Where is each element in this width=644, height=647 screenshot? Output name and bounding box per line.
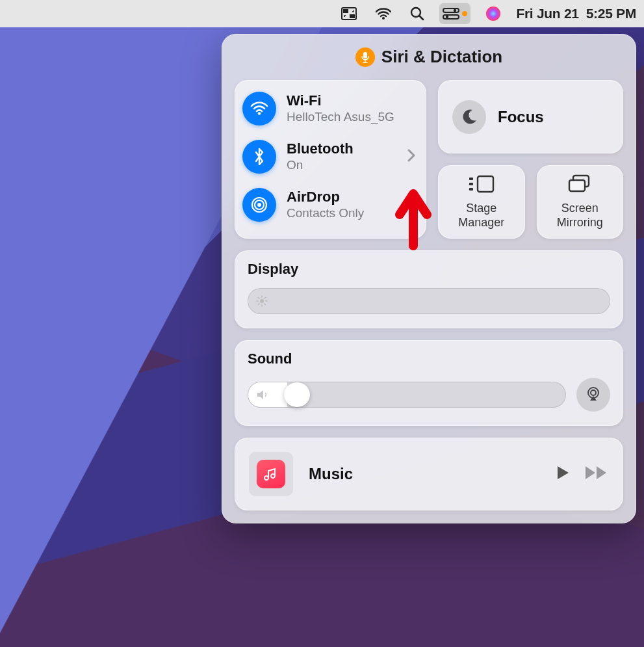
stage-manager-icon: [467, 174, 496, 196]
svg-rect-18: [469, 183, 473, 185]
svg-point-9: [446, 16, 448, 18]
screen-mirroring-icon: [567, 174, 593, 196]
siri-menubar-icon[interactable]: [482, 3, 504, 24]
next-track-button[interactable]: [584, 464, 609, 484]
music-title: Music: [309, 465, 539, 483]
menubar: Fri Jun 21 5:25 PM: [0, 0, 644, 27]
svg-point-22: [260, 299, 264, 303]
svg-rect-17: [469, 178, 473, 180]
music-artwork: [249, 452, 293, 496]
svg-rect-16: [478, 176, 493, 192]
display-label: Display: [248, 261, 610, 278]
bluetooth-label: Bluetooth: [287, 141, 354, 157]
chevron-right-icon[interactable]: [407, 148, 416, 165]
svg-rect-8: [443, 15, 459, 19]
svg-point-3: [382, 17, 385, 20]
wifi-network-name: HelloTech Asus_5G: [287, 110, 394, 124]
airplay-icon: [585, 385, 602, 404]
menubar-clock[interactable]: Fri Jun 21 5:25 PM: [516, 6, 636, 21]
airdrop-status: Contacts Only: [287, 206, 364, 220]
svg-rect-1: [343, 9, 348, 13]
music-app-icon: [257, 460, 285, 488]
wifi-toggle[interactable]: Wi-Fi HelloTech Asus_5G: [242, 92, 419, 125]
music-card[interactable]: Music: [235, 438, 623, 510]
siri-dictation-header[interactable]: Siri & Dictation: [235, 47, 623, 67]
sun-icon: [256, 295, 268, 307]
screen-mirroring-toggle[interactable]: Screen Mirroring: [537, 165, 624, 239]
spotlight-icon[interactable]: [407, 3, 428, 24]
moon-icon: [452, 100, 486, 134]
airdrop-icon: [242, 188, 276, 222]
stage-manager-label: Stage Manager: [458, 202, 504, 230]
volume-slider[interactable]: [248, 382, 566, 408]
svg-point-12: [258, 112, 261, 114]
control-center-panel: Siri & Dictation Wi-Fi HelloTech Asus_5G…: [222, 34, 636, 523]
svg-line-5: [420, 16, 424, 20]
svg-line-30: [264, 298, 266, 299]
sound-label: Sound: [248, 350, 610, 367]
svg-point-31: [591, 390, 596, 395]
sound-card: Sound: [235, 340, 623, 426]
play-button[interactable]: [554, 464, 571, 484]
display-arrangement-icon[interactable]: [338, 3, 360, 24]
siri-dictation-title: Siri & Dictation: [381, 47, 502, 67]
display-card: Display: [235, 250, 623, 328]
focus-label: Focus: [498, 108, 544, 126]
svg-rect-21: [569, 180, 585, 191]
microphone-icon: [355, 47, 375, 67]
control-center-icon[interactable]: [439, 3, 470, 24]
svg-rect-6: [443, 8, 459, 12]
svg-point-7: [454, 9, 456, 12]
svg-rect-19: [469, 188, 473, 191]
svg-rect-11: [363, 52, 367, 59]
bluetooth-toggle[interactable]: Bluetooth On: [242, 140, 419, 174]
svg-line-27: [259, 298, 260, 299]
control-center-indicator-dot: [462, 11, 467, 16]
annotation-arrow: [391, 186, 436, 254]
screen-mirroring-label: Screen Mirroring: [557, 202, 603, 230]
airplay-audio-button[interactable]: [576, 378, 610, 412]
svg-line-28: [264, 304, 266, 305]
wifi-label: Wi-Fi: [287, 93, 394, 109]
brightness-slider[interactable]: [248, 288, 610, 314]
volume-slider-thumb[interactable]: [284, 382, 310, 407]
svg-point-13: [257, 203, 261, 207]
svg-line-29: [259, 304, 260, 305]
stage-manager-toggle[interactable]: Stage Manager: [438, 165, 525, 239]
wifi-menubar-icon[interactable]: [372, 3, 395, 24]
wifi-icon: [242, 92, 276, 125]
airdrop-label: AirDrop: [287, 189, 364, 205]
speaker-icon: [256, 389, 269, 401]
svg-rect-2: [350, 14, 355, 18]
focus-toggle[interactable]: Focus: [438, 80, 623, 153]
bluetooth-icon: [242, 140, 276, 174]
bluetooth-status: On: [287, 158, 354, 172]
svg-point-10: [486, 7, 500, 21]
